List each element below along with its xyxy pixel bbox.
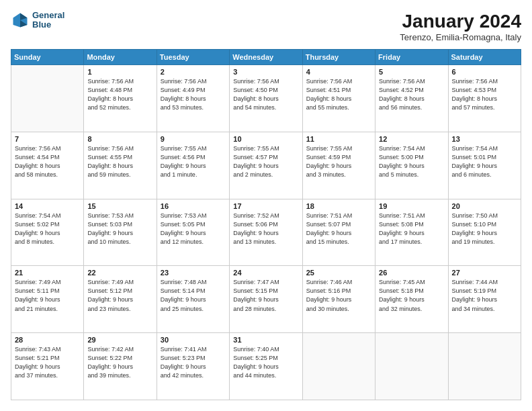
title-block: January 2024 Terenzo, Emilia-Romagna, It… [400, 11, 521, 42]
day-number: 31 [233, 336, 298, 344]
col-wednesday: Wednesday [230, 50, 302, 65]
day-number: 24 [233, 269, 298, 277]
day-info: Sunrise: 7:56 AMSunset: 4:53 PMDaylight:… [452, 77, 517, 112]
table-row [11, 65, 84, 132]
table-row: 1Sunrise: 7:56 AMSunset: 4:48 PMDaylight… [84, 65, 157, 132]
col-friday: Friday [375, 50, 448, 65]
col-thursday: Thursday [302, 50, 375, 65]
table-row: 16Sunrise: 7:53 AMSunset: 5:05 PMDayligh… [157, 199, 229, 266]
table-row: 21Sunrise: 7:49 AMSunset: 5:11 PMDayligh… [11, 266, 84, 333]
day-number: 26 [379, 269, 444, 277]
day-number: 5 [379, 68, 444, 76]
day-number: 14 [15, 202, 80, 210]
day-info: Sunrise: 7:56 AMSunset: 4:54 PMDaylight:… [15, 144, 80, 179]
day-number: 28 [15, 336, 80, 344]
location: Terenzo, Emilia-Romagna, Italy [400, 32, 521, 42]
day-info: Sunrise: 7:49 AMSunset: 5:12 PMDaylight:… [87, 278, 152, 313]
day-number: 12 [379, 135, 444, 143]
logo-line1: General [32, 11, 64, 20]
table-row: 17Sunrise: 7:52 AMSunset: 5:06 PMDayligh… [230, 199, 302, 266]
day-number: 17 [233, 202, 298, 210]
table-row: 23Sunrise: 7:48 AMSunset: 5:14 PMDayligh… [157, 266, 229, 333]
logo: General Blue [11, 11, 64, 30]
calendar-week-row: 7Sunrise: 7:56 AMSunset: 4:54 PMDaylight… [11, 132, 521, 199]
day-number: 13 [452, 135, 517, 143]
day-number: 25 [306, 269, 371, 277]
logo-icon [11, 11, 30, 30]
table-row: 18Sunrise: 7:51 AMSunset: 5:07 PMDayligh… [302, 199, 375, 266]
header: General Blue January 2024 Terenzo, Emili… [11, 11, 521, 42]
day-number: 22 [87, 269, 152, 277]
table-row: 8Sunrise: 7:56 AMSunset: 4:55 PMDaylight… [84, 132, 157, 199]
day-info: Sunrise: 7:54 AMSunset: 5:00 PMDaylight:… [379, 144, 444, 179]
day-info: Sunrise: 7:47 AMSunset: 5:15 PMDaylight:… [233, 278, 298, 313]
day-info: Sunrise: 7:56 AMSunset: 4:51 PMDaylight:… [306, 77, 371, 112]
day-info: Sunrise: 7:44 AMSunset: 5:19 PMDaylight:… [452, 278, 517, 313]
table-row: 5Sunrise: 7:56 AMSunset: 4:52 PMDaylight… [375, 65, 448, 132]
table-row: 12Sunrise: 7:54 AMSunset: 5:00 PMDayligh… [375, 132, 448, 199]
col-tuesday: Tuesday [157, 50, 229, 65]
table-row [448, 333, 521, 400]
day-number: 10 [233, 135, 298, 143]
day-info: Sunrise: 7:56 AMSunset: 4:49 PMDaylight:… [161, 77, 226, 112]
col-saturday: Saturday [448, 50, 521, 65]
calendar-week-row: 28Sunrise: 7:43 AMSunset: 5:21 PMDayligh… [11, 333, 521, 400]
day-number: 6 [452, 68, 517, 76]
day-info: Sunrise: 7:41 AMSunset: 5:23 PMDaylight:… [161, 345, 226, 380]
table-row: 2Sunrise: 7:56 AMSunset: 4:49 PMDaylight… [157, 65, 229, 132]
day-number: 18 [306, 202, 371, 210]
day-info: Sunrise: 7:55 AMSunset: 4:59 PMDaylight:… [306, 144, 371, 179]
day-info: Sunrise: 7:42 AMSunset: 5:22 PMDaylight:… [87, 345, 152, 380]
table-row [375, 333, 448, 400]
day-number: 3 [233, 68, 298, 76]
table-row: 24Sunrise: 7:47 AMSunset: 5:15 PMDayligh… [230, 266, 302, 333]
day-number: 9 [161, 135, 226, 143]
table-row: 30Sunrise: 7:41 AMSunset: 5:23 PMDayligh… [157, 333, 229, 400]
day-info: Sunrise: 7:48 AMSunset: 5:14 PMDaylight:… [161, 278, 226, 313]
table-row: 29Sunrise: 7:42 AMSunset: 5:22 PMDayligh… [84, 333, 157, 400]
day-number: 8 [87, 135, 152, 143]
day-number: 2 [161, 68, 226, 76]
day-info: Sunrise: 7:53 AMSunset: 5:03 PMDaylight:… [87, 212, 152, 246]
day-info: Sunrise: 7:40 AMSunset: 5:25 PMDaylight:… [233, 345, 298, 380]
day-info: Sunrise: 7:50 AMSunset: 5:10 PMDaylight:… [452, 212, 517, 246]
table-row: 15Sunrise: 7:53 AMSunset: 5:03 PMDayligh… [84, 199, 157, 266]
calendar-table: Sunday Monday Tuesday Wednesday Thursday… [11, 49, 521, 400]
day-info: Sunrise: 7:53 AMSunset: 5:05 PMDaylight:… [161, 212, 226, 246]
day-info: Sunrise: 7:56 AMSunset: 4:48 PMDaylight:… [87, 77, 152, 112]
col-monday: Monday [84, 50, 157, 65]
table-row: 7Sunrise: 7:56 AMSunset: 4:54 PMDaylight… [11, 132, 84, 199]
day-info: Sunrise: 7:56 AMSunset: 4:55 PMDaylight:… [87, 144, 152, 179]
day-number: 29 [87, 336, 152, 344]
table-row: 3Sunrise: 7:56 AMSunset: 4:50 PMDaylight… [230, 65, 302, 132]
day-number: 15 [87, 202, 152, 210]
day-info: Sunrise: 7:52 AMSunset: 5:06 PMDaylight:… [233, 212, 298, 246]
day-info: Sunrise: 7:43 AMSunset: 5:21 PMDaylight:… [15, 345, 80, 380]
day-number: 20 [452, 202, 517, 210]
table-row: 13Sunrise: 7:54 AMSunset: 5:01 PMDayligh… [448, 132, 521, 199]
table-row: 14Sunrise: 7:54 AMSunset: 5:02 PMDayligh… [11, 199, 84, 266]
month-title: January 2024 [400, 11, 521, 32]
day-info: Sunrise: 7:54 AMSunset: 5:02 PMDaylight:… [15, 212, 80, 246]
day-number: 21 [15, 269, 80, 277]
table-row: 9Sunrise: 7:55 AMSunset: 4:56 PMDaylight… [157, 132, 229, 199]
day-info: Sunrise: 7:56 AMSunset: 4:52 PMDaylight:… [379, 77, 444, 112]
table-row [302, 333, 375, 400]
calendar-header-row: Sunday Monday Tuesday Wednesday Thursday… [11, 50, 521, 65]
day-info: Sunrise: 7:54 AMSunset: 5:01 PMDaylight:… [452, 144, 517, 179]
day-number: 11 [306, 135, 371, 143]
day-info: Sunrise: 7:55 AMSunset: 4:56 PMDaylight:… [161, 144, 226, 179]
day-number: 30 [161, 336, 226, 344]
page: General Blue January 2024 Terenzo, Emili… [0, 0, 532, 411]
day-number: 23 [161, 269, 226, 277]
calendar-week-row: 21Sunrise: 7:49 AMSunset: 5:11 PMDayligh… [11, 266, 521, 333]
day-number: 27 [452, 269, 517, 277]
table-row: 6Sunrise: 7:56 AMSunset: 4:53 PMDaylight… [448, 65, 521, 132]
calendar-week-row: 1Sunrise: 7:56 AMSunset: 4:48 PMDaylight… [11, 65, 521, 132]
day-info: Sunrise: 7:55 AMSunset: 4:57 PMDaylight:… [233, 144, 298, 179]
table-row: 28Sunrise: 7:43 AMSunset: 5:21 PMDayligh… [11, 333, 84, 400]
table-row: 22Sunrise: 7:49 AMSunset: 5:12 PMDayligh… [84, 266, 157, 333]
day-info: Sunrise: 7:56 AMSunset: 4:50 PMDaylight:… [233, 77, 298, 112]
logo-text: General Blue [32, 11, 64, 30]
day-info: Sunrise: 7:51 AMSunset: 5:07 PMDaylight:… [306, 212, 371, 246]
